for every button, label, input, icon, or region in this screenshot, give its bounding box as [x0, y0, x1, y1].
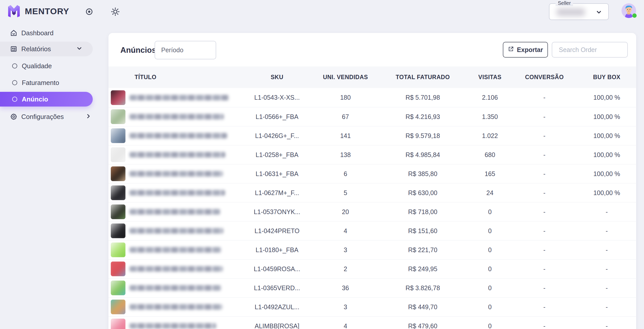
- cell-title: [108, 166, 240, 181]
- cell-total: R$ 385,80: [377, 170, 468, 178]
- cell-sku: L1-0426G+_F...: [240, 132, 314, 140]
- avatar[interactable]: [621, 3, 636, 18]
- row-title-blur: [130, 266, 223, 272]
- sidebar-item-anuncio-active[interactable]: Anúncio: [0, 92, 93, 107]
- cell-sku: L1-0537ONYK...: [240, 208, 314, 216]
- seller-label: Seller: [556, 0, 573, 6]
- row-title-blur: [130, 323, 216, 329]
- product-thumbnail: [111, 262, 125, 276]
- thumb-fill: [111, 319, 125, 329]
- table-row[interactable]: L1-0426G+_F... 141 R$ 9.579,18 1.022 - 1…: [108, 126, 636, 145]
- period-input[interactable]: [155, 41, 216, 59]
- chevron-down-icon: [596, 9, 602, 16]
- table-row[interactable]: L1-0631+_FBA 6 R$ 385,80 165 - 100,00 %: [108, 164, 636, 183]
- export-button[interactable]: Exportar: [503, 42, 548, 58]
- sidebar-item-relatorios[interactable]: Relatórios: [0, 42, 93, 56]
- cell-visits: 165: [468, 170, 511, 178]
- column-header-sku[interactable]: SKU: [240, 74, 314, 81]
- thumb-fill: [111, 185, 125, 200]
- table-row[interactable]: L1-0627M+_F... 5 R$ 630,00 24 - 100,00 %: [108, 183, 636, 202]
- report-icon: [10, 45, 17, 53]
- table-row[interactable]: L1-0258+_FBA 138 R$ 4.985,84 680 - 100,0…: [108, 145, 636, 164]
- cell-total: R$ 221,70: [377, 246, 468, 254]
- seller-select[interactable]: Seller: [549, 3, 609, 20]
- thumb-fill: [111, 204, 125, 219]
- cell-title: [108, 243, 240, 257]
- cell-visits: 1.350: [468, 113, 511, 120]
- cell-conversion: -: [511, 132, 577, 140]
- cell-visits: 0: [468, 322, 511, 329]
- thumb-fill: [111, 128, 125, 143]
- sidebar-item-label: Configurações: [21, 113, 64, 121]
- table-row[interactable]: L1-0459ROSA... 2 R$ 249,95 0 - -: [108, 259, 636, 278]
- cell-sku: L1-0258+_FBA: [240, 151, 314, 159]
- product-thumbnail: [111, 128, 125, 143]
- sun-icon[interactable]: [111, 7, 120, 17]
- thumb-fill: [111, 223, 125, 238]
- cell-units: 2: [314, 265, 377, 273]
- cell-buybox: -: [577, 322, 636, 329]
- column-header-buy-box[interactable]: BUY BOX: [577, 74, 636, 81]
- table-row[interactable]: L1-0365VERD... 36 R$ 3.826,78 0 - -: [108, 278, 636, 297]
- radio-circle-icon: [12, 80, 17, 85]
- cell-conversion: -: [511, 284, 577, 292]
- radio-circle-icon: [12, 97, 17, 102]
- table-row[interactable]: L1-0566+_FBA 67 R$ 4.216,93 1.350 - 100,…: [108, 107, 636, 126]
- table-header: TÍTULO SKU UNI. VENDIDAS TOTAL FATURADO …: [108, 66, 636, 88]
- table-row[interactable]: ALIMBB[ROSA] 4 R$ 479,60 0 - -: [108, 316, 636, 329]
- radio-circle-icon: [12, 63, 17, 68]
- table-row[interactable]: L1-0180+_FBA 3 R$ 221,70 0 - -: [108, 240, 636, 259]
- table-rows: L1-0543-X-XS... 180 R$ 5.701,98 2.106 - …: [108, 88, 636, 329]
- sidebar-item-configuracoes[interactable]: Configurações: [10, 111, 93, 123]
- column-header-conversao[interactable]: CONVERSÃO: [511, 74, 577, 81]
- table-row[interactable]: L1-0543-X-XS... 180 R$ 5.701,98 2.106 - …: [108, 88, 636, 107]
- brand-logo[interactable]: MENTORY: [8, 5, 69, 17]
- cell-sku: L1-0365VERD...: [240, 284, 314, 292]
- cell-title: [108, 319, 240, 329]
- export-label: Exportar: [517, 46, 543, 54]
- row-title-blur: [130, 114, 224, 119]
- thumb-fill: [111, 109, 125, 124]
- cell-title: [108, 223, 240, 238]
- table-row[interactable]: L1-0424PRETO 4 R$ 151,60 0 - -: [108, 221, 636, 240]
- cell-buybox: -: [577, 246, 636, 254]
- sidebar-item-faturamento[interactable]: Faturamento: [12, 78, 59, 88]
- sidebar-item-qualidade[interactable]: Qualidade: [12, 61, 52, 71]
- cell-visits: 0: [468, 303, 511, 311]
- sidebar-item-label: Dashboard: [21, 29, 53, 37]
- row-title-blur: [130, 190, 225, 196]
- gear-icon: [10, 113, 17, 120]
- table-row[interactable]: L1-0537ONYK... 20 R$ 718,00 0 - -: [108, 202, 636, 221]
- cell-units: 180: [314, 94, 377, 101]
- chevron-right-icon: [85, 113, 92, 120]
- cell-conversion: -: [511, 322, 577, 329]
- cell-visits: 0: [468, 265, 511, 273]
- home-icon: [10, 29, 17, 37]
- cell-title: [108, 147, 240, 162]
- column-header-titulo[interactable]: TÍTULO: [108, 74, 240, 81]
- row-title-blur: [130, 209, 220, 215]
- cell-units: 141: [314, 132, 377, 140]
- cell-units: 6: [314, 170, 377, 178]
- sidebar-item-label: Anúncio: [22, 95, 48, 103]
- product-thumbnail: [111, 166, 125, 181]
- product-thumbnail: [111, 243, 125, 257]
- row-title-blur: [130, 171, 223, 177]
- table-row[interactable]: L1-0492AZUL... 3 R$ 449,70 0 - -: [108, 297, 636, 316]
- cell-units: 20: [314, 208, 377, 216]
- column-header-uni-vendidas[interactable]: UNI. VENDIDAS: [314, 74, 377, 81]
- cell-conversion: -: [511, 151, 577, 159]
- column-header-total-faturado[interactable]: TOTAL FATURADO: [377, 74, 468, 81]
- cell-buybox: 100,00 %: [577, 151, 636, 159]
- sidebar-item-dashboard[interactable]: Dashboard: [10, 27, 53, 39]
- cell-title: [108, 128, 240, 143]
- thumb-fill: [111, 243, 125, 257]
- column-header-visitas[interactable]: VISITAS: [468, 74, 511, 81]
- search-order-input[interactable]: [552, 42, 628, 58]
- cell-buybox: -: [577, 208, 636, 216]
- cell-title: [108, 90, 240, 105]
- cell-conversion: -: [511, 189, 577, 197]
- cell-sku: L1-0459ROSA...: [240, 265, 314, 273]
- online-status-dot: [632, 13, 637, 18]
- record-icon[interactable]: [85, 8, 93, 16]
